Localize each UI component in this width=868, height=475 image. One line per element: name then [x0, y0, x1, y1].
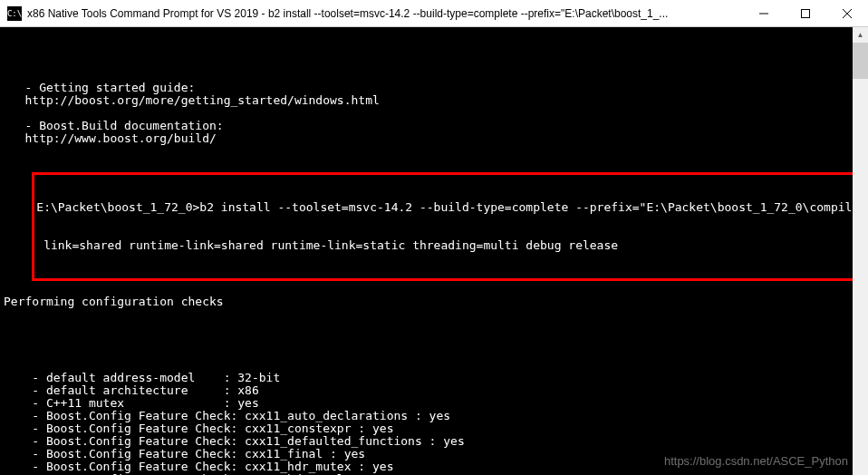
config-check-line: - Boost.Config Feature Check: cxx11_cons…	[4, 422, 864, 435]
config-check-line: - default address-model : 32-bit	[4, 372, 864, 384]
config-check-line: - default architecture : x86	[4, 384, 864, 397]
output-line	[4, 107, 864, 120]
svg-rect-1	[802, 9, 810, 17]
window-controls	[743, 0, 868, 26]
output-line: - Boost.Build documentation:	[4, 120, 864, 132]
terminal-area[interactable]: - Getting started guide: http://boost.or…	[0, 27, 868, 475]
minimize-button[interactable]	[743, 0, 785, 26]
blank-line	[4, 334, 864, 346]
output-line	[4, 145, 864, 158]
window-title: x86 Native Tools Command Prompt for VS 2…	[27, 7, 668, 20]
highlighted-command: E:\Packet\boost_1_72_0>b2 install --tool…	[32, 172, 868, 281]
config-check-line: - C++11 mutex : yes	[4, 397, 864, 410]
config-header: Performing configuration checks	[4, 296, 864, 308]
close-button[interactable]	[826, 0, 868, 26]
vertical-scrollbar[interactable]: ▲	[853, 27, 868, 475]
output-line: http://boost.org/more/getting_started/wi…	[4, 94, 864, 107]
maximize-button[interactable]	[785, 0, 826, 26]
output-line: - Getting started guide:	[4, 82, 864, 94]
command-line-2: link=shared runtime-link=shared runtime-…	[36, 239, 868, 252]
window-titlebar: C:\ x86 Native Tools Command Prompt for …	[0, 0, 868, 27]
terminal-content: - Getting started guide: http://boost.or…	[4, 56, 864, 475]
scrollbar-thumb[interactable]	[853, 43, 868, 79]
close-icon	[843, 9, 852, 18]
watermark-text: https://blog.csdn.net/ASCE_Python	[664, 454, 848, 468]
config-check-line: - Boost.Config Feature Check: cxx11_auto…	[4, 410, 864, 422]
command-line-1: E:\Packet\boost_1_72_0>b2 install --tool…	[36, 201, 868, 214]
cmd-icon: C:\	[7, 6, 22, 21]
scroll-up-arrow[interactable]: ▲	[853, 27, 868, 43]
config-check-line: - Boost.Config Feature Check: cxx11_defa…	[4, 435, 864, 448]
titlebar-left: C:\ x86 Native Tools Command Prompt for …	[0, 6, 668, 21]
maximize-icon	[801, 9, 810, 18]
output-line: http://www.boost.org/build/	[4, 132, 864, 145]
minimize-icon	[759, 9, 768, 18]
